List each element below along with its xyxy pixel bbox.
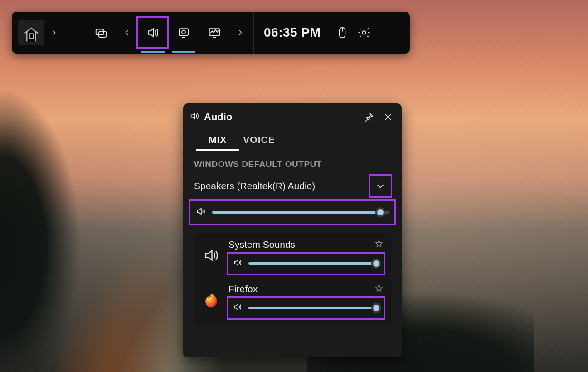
- master-volume-slider[interactable]: [190, 201, 394, 224]
- apps-mixer: System Sounds: [194, 233, 391, 326]
- app-name-label: System Sounds: [228, 239, 295, 250]
- widgets-button[interactable]: [87, 19, 115, 46]
- toolbar-chevron-left[interactable]: [118, 19, 136, 46]
- tab-voice[interactable]: VOICE: [243, 132, 275, 151]
- capture-widget-button[interactable]: [170, 19, 197, 46]
- app-volume-track[interactable]: [248, 307, 379, 309]
- pin-button[interactable]: [362, 110, 376, 124]
- app-row-system-sounds: System Sounds: [201, 239, 384, 274]
- favorite-button[interactable]: [374, 284, 384, 294]
- app-volume-slider-system-sounds[interactable]: [228, 254, 384, 274]
- svg-point-10: [363, 31, 366, 34]
- gamebar-toolbar: 06:35 PM: [12, 12, 410, 54]
- toolbar-chevron-right-1[interactable]: [44, 19, 63, 46]
- svg-marker-15: [376, 285, 383, 292]
- output-section-label: WINDOWS DEFAULT OUTPUT: [194, 159, 391, 169]
- panel-header: Audio: [183, 103, 402, 129]
- decor-trees-left: [0, 54, 127, 372]
- volume-icon: [233, 258, 242, 269]
- svg-rect-0: [29, 34, 34, 38]
- app-row-firefox: Firefox: [201, 284, 384, 318]
- speaker-icon: [190, 111, 199, 123]
- volume-icon: [196, 206, 206, 218]
- svg-rect-2: [99, 32, 106, 38]
- settings-button[interactable]: [354, 19, 374, 46]
- app-volume-slider-firefox[interactable]: [228, 298, 384, 318]
- svg-point-4: [182, 30, 185, 34]
- output-device-dropdown[interactable]: [370, 176, 391, 196]
- svg-rect-3: [179, 29, 188, 35]
- app-volume-track[interactable]: [248, 262, 379, 265]
- mouse-indicator-icon[interactable]: [333, 19, 351, 46]
- master-volume-track[interactable]: [212, 211, 389, 214]
- output-section: WINDOWS DEFAULT OUTPUT Speakers (Realtek…: [183, 151, 402, 326]
- xbox-home-button[interactable]: [18, 20, 44, 45]
- output-device-name: Speakers (Realtek(R) Audio): [194, 181, 315, 191]
- system-sounds-icon: [201, 245, 221, 265]
- audio-panel: Audio MIX VOICE WINDOWS DEFAULT OUTPUT S…: [183, 103, 402, 357]
- toolbar-clock: 06:35 PM: [254, 25, 330, 40]
- app-name-label: Firefox: [228, 284, 258, 294]
- volume-icon: [233, 303, 242, 313]
- audio-widget-button[interactable]: [139, 19, 166, 46]
- svg-rect-1: [96, 29, 103, 35]
- toolbar-chevron-right-2[interactable]: [232, 19, 249, 46]
- favorite-button[interactable]: [374, 239, 384, 250]
- svg-marker-13: [376, 240, 383, 247]
- tab-mix[interactable]: MIX: [209, 132, 227, 151]
- panel-tabs: MIX VOICE: [183, 129, 402, 151]
- performance-widget-button[interactable]: [201, 19, 228, 46]
- panel-title: Audio: [204, 111, 357, 123]
- firefox-icon: [201, 290, 221, 310]
- close-button[interactable]: [381, 110, 395, 124]
